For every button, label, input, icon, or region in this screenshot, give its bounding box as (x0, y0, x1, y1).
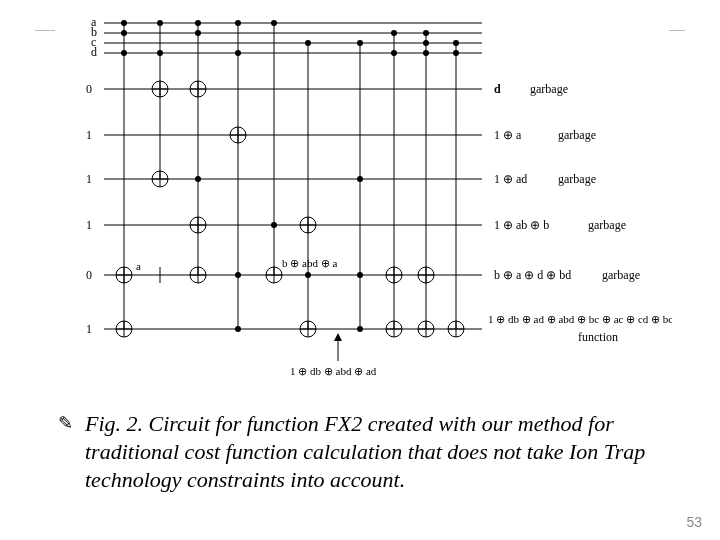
svg-point-77 (423, 50, 429, 56)
slide-page: a b c d 0 1 1 1 0 1 (0, 0, 720, 540)
svg-point-15 (157, 20, 163, 26)
out-1xad: 1 ⊕ ad (494, 172, 527, 186)
svg-point-52 (305, 40, 311, 46)
quantum-circuit-svg: a b c d 0 1 1 1 0 1 (58, 7, 672, 397)
figure-caption: Fig. 2. Circuit for function FX2 created… (85, 410, 670, 494)
svg-point-43 (235, 272, 241, 278)
svg-point-61 (357, 40, 363, 46)
svg-point-46 (271, 20, 277, 26)
svg-marker-91 (334, 333, 342, 341)
svg-point-67 (391, 50, 397, 56)
out-1xad-garbage: garbage (558, 172, 596, 186)
svg-point-76 (423, 40, 429, 46)
label-r1a: 1 (86, 128, 92, 142)
label-r0b: 0 (86, 268, 92, 282)
label-d: d (91, 45, 97, 59)
label-r1d: 1 (86, 322, 92, 336)
svg-text:1 ⊕ db ⊕ abd ⊕ ad: 1 ⊕ db ⊕ abd ⊕ ad (290, 365, 377, 377)
out-d-garbage: garbage (530, 82, 568, 96)
svg-point-6 (121, 30, 127, 36)
out-1xabxb: 1 ⊕ ab ⊕ b (494, 218, 549, 232)
out-d: d (494, 82, 501, 96)
arrow-mid-annotation: 1 ⊕ db ⊕ abd ⊕ ad (290, 333, 377, 377)
svg-point-16 (157, 50, 163, 56)
svg-point-39 (235, 50, 241, 56)
svg-point-85 (453, 40, 459, 46)
svg-point-47 (271, 222, 277, 228)
out-bxaxdxbd-garbage: garbage (602, 268, 640, 282)
label-r1b: 1 (86, 172, 92, 186)
svg-point-38 (235, 20, 241, 26)
svg-point-66 (391, 30, 397, 36)
svg-point-30 (195, 176, 201, 182)
page-number: 53 (686, 514, 702, 530)
svg-point-63 (357, 272, 363, 278)
gate-col-9 (418, 30, 434, 337)
svg-point-25 (195, 20, 201, 26)
gate-col-3 (190, 20, 206, 283)
out-1xa-garbage: garbage (558, 128, 596, 142)
svg-point-56 (305, 272, 311, 278)
svg-point-75 (423, 30, 429, 36)
out-function-tag: function (578, 330, 618, 344)
out-1xa: 1 ⊕ a (494, 128, 522, 142)
gate-col-8 (386, 30, 402, 337)
gate-col-2 (152, 20, 168, 283)
out-bxaxdxbd: b ⊕ a ⊕ d ⊕ bd (494, 268, 571, 282)
label-r0a: 0 (86, 82, 92, 96)
svg-point-64 (357, 326, 363, 332)
gate-col-10 (448, 40, 464, 337)
svg-point-7 (121, 50, 127, 56)
gate-col-4 (230, 20, 246, 332)
svg-point-26 (195, 30, 201, 36)
top-cluster (104, 23, 482, 53)
out-function-expr: 1 ⊕ db ⊕ ad ⊕ abd ⊕ bc ⊕ ac ⊕ cd ⊕ bcd (488, 313, 672, 325)
gate-col-5 (266, 20, 282, 283)
label-r1c: 1 (86, 218, 92, 232)
gate-col-6 (300, 40, 316, 337)
svg-point-5 (121, 20, 127, 26)
circuit-figure: a b c d 0 1 1 1 0 1 (55, 4, 669, 394)
out-1xabxb-garbage: garbage (588, 218, 626, 232)
anno-bxabdxa: b ⊕ abd ⊕ a (282, 257, 337, 269)
caption-bullet-icon: ✎ (58, 412, 73, 434)
svg-point-86 (453, 50, 459, 56)
svg-point-62 (357, 176, 363, 182)
caption-row: ✎ Fig. 2. Circuit for function FX2 creat… (58, 410, 670, 494)
anno-a: a (136, 260, 141, 272)
svg-point-44 (235, 326, 241, 332)
gate-col-7 (357, 40, 363, 332)
